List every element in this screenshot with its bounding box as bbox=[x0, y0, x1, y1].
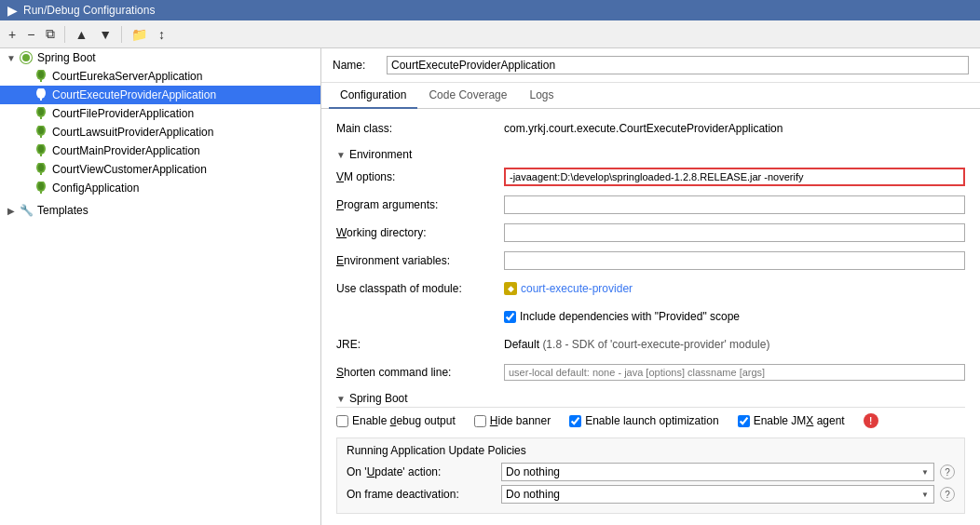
on-update-label: On 'Update' action: bbox=[347, 465, 496, 478]
tabs-bar: Configuration Code Coverage Logs bbox=[321, 83, 980, 109]
shorten-cmd-row: Shorten command line: bbox=[336, 360, 965, 384]
working-directory-row: Working directory: bbox=[336, 221, 965, 245]
tree-label-court-execute: CourtExecuteProviderApplication bbox=[52, 88, 216, 101]
add-button[interactable]: + bbox=[4, 24, 20, 45]
svg-rect-14 bbox=[40, 153, 42, 156]
spring-boot-section-header: ▼ Spring Boot bbox=[336, 392, 965, 408]
templates-group-icon: 🔧 bbox=[19, 203, 34, 218]
move-up-button[interactable]: ▲ bbox=[70, 24, 92, 45]
app-icon-3 bbox=[34, 106, 48, 121]
enable-jmx-agent-checkbox[interactable] bbox=[738, 415, 750, 427]
working-directory-input[interactable] bbox=[504, 223, 965, 242]
env-variables-label: Environment variables: bbox=[336, 254, 504, 267]
copy-button[interactable]: ⧉ bbox=[41, 23, 60, 45]
config-panel: Main class: com.yrkj.court.execute.Court… bbox=[321, 109, 980, 525]
tree-item-court-file[interactable]: CourtFileProviderApplication bbox=[0, 104, 320, 123]
include-dependencies-checkbox[interactable] bbox=[504, 311, 516, 323]
on-frame-deactivation-help-icon[interactable]: ? bbox=[940, 487, 955, 502]
sort-button[interactable]: ↕ bbox=[154, 24, 170, 45]
svg-point-16 bbox=[38, 164, 44, 171]
include-dependencies-label: Include dependencies with "Provided" sco… bbox=[520, 310, 740, 323]
shorten-cmd-value bbox=[504, 364, 965, 381]
jre-sdk-text: (1.8 - SDK of 'court-execute-provider' m… bbox=[542, 338, 769, 351]
program-arguments-input[interactable] bbox=[504, 195, 965, 214]
on-update-row: On 'Update' action: Do nothing Update cl… bbox=[347, 463, 955, 481]
svg-rect-5 bbox=[40, 97, 42, 101]
update-policies-section: Running Application Update Policies On '… bbox=[336, 438, 965, 514]
main-class-label: Main class: bbox=[336, 122, 504, 135]
tab-logs[interactable]: Logs bbox=[518, 83, 565, 109]
working-directory-label: Working directory: bbox=[336, 226, 504, 239]
svg-rect-17 bbox=[40, 171, 42, 175]
enable-launch-opt-label: Enable launch optimization bbox=[585, 414, 718, 427]
tree-label-court-file: CourtFileProviderApplication bbox=[52, 107, 194, 120]
enable-launch-opt-checkbox[interactable] bbox=[569, 415, 581, 427]
on-frame-deactivation-select[interactable]: Do nothing Update classes and resources … bbox=[501, 485, 934, 504]
toolbar-divider-1 bbox=[64, 26, 65, 43]
folder-button[interactable]: 📁 bbox=[127, 24, 152, 45]
hide-banner-checkbox[interactable] bbox=[474, 415, 486, 427]
vm-options-input[interactable] bbox=[504, 168, 965, 186]
spring-boot-checkboxes: Enable debug output Hide banner Enable l… bbox=[336, 413, 965, 428]
tree-item-court-eureka[interactable]: CourtEurekaServerApplication bbox=[0, 67, 320, 86]
on-update-help-icon[interactable]: ? bbox=[940, 464, 955, 479]
working-directory-value bbox=[504, 223, 965, 242]
remove-button[interactable]: − bbox=[22, 24, 39, 45]
move-down-button[interactable]: ▼ bbox=[94, 24, 116, 45]
tree-item-court-main[interactable]: CourtMainProviderApplication bbox=[0, 141, 320, 160]
vm-options-row: VM options: bbox=[336, 165, 965, 189]
tree-item-config-app[interactable]: ConfigApplication bbox=[0, 179, 320, 197]
title-bar: ▶ Run/Debug Configurations bbox=[0, 0, 980, 20]
enable-debug-output-item: Enable debug output bbox=[336, 414, 456, 427]
enable-launch-opt-item: Enable launch optimization bbox=[569, 414, 718, 427]
tree-item-court-lawsuit[interactable]: CourtLawsuitProviderApplication bbox=[0, 123, 320, 141]
program-arguments-row: Program arguments: bbox=[336, 193, 965, 217]
spring-boot-group-icon bbox=[19, 50, 34, 65]
title-bar-text: Run/Debug Configurations bbox=[23, 4, 155, 17]
tab-configuration[interactable]: Configuration bbox=[329, 83, 417, 109]
tree-item-court-view[interactable]: CourtViewCustomerApplication bbox=[0, 160, 320, 179]
shorten-cmd-input[interactable] bbox=[504, 364, 965, 381]
enable-debug-output-checkbox[interactable] bbox=[336, 415, 348, 427]
spring-boot-expand-icon: ▼ bbox=[4, 53, 19, 63]
enable-jmx-agent-item: Enable JMX agent bbox=[738, 414, 845, 427]
app-icon-7 bbox=[34, 181, 48, 195]
spring-boot-section-label: Spring Boot bbox=[349, 392, 408, 405]
enable-jmx-agent-label: Enable JMX agent bbox=[754, 414, 845, 427]
classpath-module-label: Use classpath of module: bbox=[336, 282, 504, 295]
vm-options-label: VM options: bbox=[336, 170, 504, 183]
jre-value: Default (1.8 - SDK of 'court-execute-pro… bbox=[504, 338, 769, 351]
tree-item-court-execute[interactable]: CourtExecuteProviderApplication bbox=[0, 86, 320, 104]
hide-banner-label: Hide banner bbox=[490, 414, 551, 427]
program-arguments-value bbox=[504, 195, 965, 214]
tree-group-spring-boot[interactable]: ▼ Spring Boot bbox=[0, 48, 320, 67]
on-update-select-wrapper: Do nothing Update classes and resources … bbox=[501, 463, 934, 481]
svg-rect-20 bbox=[40, 190, 42, 194]
env-variables-row: Environment variables: bbox=[336, 249, 965, 273]
include-dependencies-checkbox-row: Include dependencies with "Provided" sco… bbox=[504, 310, 740, 323]
include-dependencies-row: Include dependencies with "Provided" sco… bbox=[336, 304, 965, 329]
app-icon-4 bbox=[34, 125, 48, 140]
app-icon-5 bbox=[34, 143, 48, 158]
toolbar: + − ⧉ ▲ ▼ 📁 ↕ bbox=[0, 20, 980, 48]
svg-point-7 bbox=[38, 108, 44, 115]
jre-label: JRE: bbox=[336, 338, 504, 351]
jmx-warning-icon: ! bbox=[864, 413, 878, 428]
svg-point-19 bbox=[38, 182, 44, 190]
module-icon: ◆ bbox=[504, 282, 517, 295]
env-variables-input[interactable] bbox=[504, 251, 965, 270]
name-input[interactable] bbox=[387, 56, 969, 74]
svg-point-1 bbox=[38, 71, 44, 78]
tree-group-templates[interactable]: ▶ 🔧 Templates bbox=[0, 201, 320, 220]
on-frame-deactivation-select-wrapper: Do nothing Update classes and resources … bbox=[501, 485, 934, 504]
shorten-cmd-label: Shorten command line: bbox=[336, 366, 504, 379]
module-name: court-execute-provider bbox=[521, 282, 633, 295]
svg-rect-8 bbox=[40, 115, 42, 119]
env-variables-value bbox=[504, 251, 965, 270]
spring-boot-group-label: Spring Boot bbox=[37, 51, 96, 64]
tab-code-coverage[interactable]: Code Coverage bbox=[417, 83, 518, 109]
on-update-select[interactable]: Do nothing Update classes and resources … bbox=[501, 463, 934, 481]
environment-section-label: Environment bbox=[349, 148, 412, 161]
name-row: Name: bbox=[321, 48, 980, 83]
tree-label-court-main: CourtMainProviderApplication bbox=[52, 144, 200, 157]
